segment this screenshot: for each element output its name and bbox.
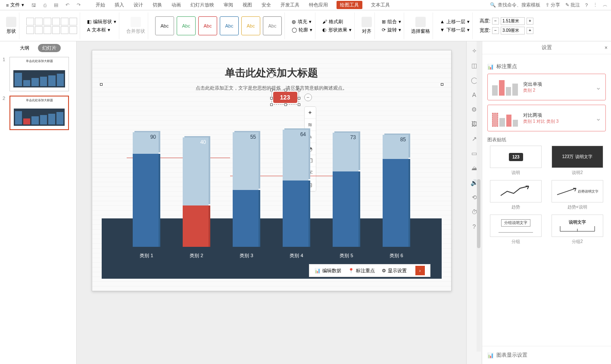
align-button[interactable]: 对齐	[362, 17, 372, 34]
undo-icon[interactable]: ↶	[64, 2, 71, 9]
save-icon[interactable]: 🖫	[30, 2, 37, 9]
file-menu[interactable]: ≡ 文件 ▾	[3, 1, 27, 9]
file-label: 文件	[10, 2, 20, 8]
tab-dev[interactable]: 开发工具	[280, 1, 300, 9]
width-label: 宽度:	[480, 27, 490, 34]
bar-2[interactable]: 40	[183, 137, 210, 247]
tab-animation[interactable]: 动画	[171, 1, 182, 9]
comment-button[interactable]: ✎ 批注	[565, 2, 580, 8]
style-2[interactable]: Abc	[177, 16, 196, 35]
sticker-explain2[interactable]: 123万 说明文字说明2	[549, 146, 606, 176]
highlight-compare-card[interactable]: 对比两项类别 1 对比 类别 3 ⌄	[487, 105, 606, 131]
height-plus[interactable]: +	[527, 18, 533, 25]
preview-icon[interactable]: ▤	[53, 2, 59, 9]
tab-special[interactable]: 特色应用	[308, 1, 329, 9]
top-menu-bar: ≡ 文件 ▾ 🖫 ⎙ ▤ ↶ ↷ 开始 插入 设计 切换 动画 幻灯片放映 审阅…	[0, 0, 611, 10]
sticker-group[interactable]: 分组说明文字分组	[487, 215, 545, 245]
fill-button[interactable]: ◍ 填充 ▾	[292, 19, 312, 25]
settings-header: 设置 ×	[482, 41, 611, 54]
thumb-preview-1[interactable]: 单击此处添加大标题	[9, 57, 69, 91]
width-plus[interactable]: +	[527, 27, 533, 34]
edit-data-button[interactable]: 📊 编辑数据	[315, 268, 341, 274]
bar-5[interactable]: 73	[333, 133, 360, 247]
thumbnails: 1 单击此处添加大标题 2 单击此处添加大标题	[0, 54, 76, 137]
width-minus[interactable]: −	[492, 27, 499, 34]
shape-group: 形状	[3, 12, 19, 39]
slide[interactable]: 单击此处添加大标题 点击此处添加正文，文字是您思想的提炼，请尽量言简意赅的阐述观…	[92, 50, 452, 291]
search-placeholder: 查找命令、搜索模板	[498, 2, 540, 8]
tab-review[interactable]: 审阅	[223, 1, 234, 9]
chevron-down-icon: ⌄	[595, 83, 601, 91]
style-4[interactable]: Abc	[220, 16, 239, 35]
menu-tabs: 开始 插入 设计 切换 动画 幻灯片放映 审阅 视图 安全 开发工具 特色应用 …	[95, 1, 391, 9]
outline-button[interactable]: ◯ 轮廓 ▾	[292, 27, 312, 33]
print-icon[interactable]: ⎙	[41, 2, 48, 9]
tab-insert[interactable]: 插入	[114, 1, 125, 9]
close-settings-button[interactable]: ×	[605, 45, 608, 51]
sticker-trend[interactable]: 趋势	[487, 180, 545, 210]
share-button[interactable]: ⇪ 分享	[546, 2, 560, 8]
selection-pane-button[interactable]: 选择窗格	[411, 17, 430, 34]
tab-transition[interactable]: 切换	[152, 1, 163, 9]
height-input[interactable]	[501, 17, 525, 25]
width-input[interactable]	[501, 27, 525, 34]
remove-callout-button[interactable]: −	[304, 93, 312, 101]
format-brush-button[interactable]: 🖌 格式刷	[322, 19, 343, 25]
bar-6[interactable]: 85	[383, 135, 410, 247]
tab-text[interactable]: 文本工具	[370, 1, 391, 9]
tab-slideshow[interactable]: 幻灯片放映	[190, 1, 215, 9]
group-button[interactable]: ⊞ 组合 ▾	[382, 19, 401, 25]
chart[interactable]: 40 35 90 40 55 64 73 85 类别 1 类别 2 类别 3 类…	[102, 111, 442, 279]
shape-palette[interactable]	[26, 18, 77, 34]
sticker-explain[interactable]: 123说明	[487, 146, 545, 176]
bar-3[interactable]: 55	[233, 132, 260, 247]
collapse-icon[interactable]: ︿	[603, 2, 608, 8]
rotate-button[interactable]: ⟳ 旋转 ▾	[382, 27, 401, 33]
thumb-1[interactable]: 1 单击此处添加大标题	[3, 57, 74, 91]
move-up-button[interactable]: ▲ 上移一层 ▾	[440, 19, 470, 25]
size-group: 高度: − + 宽度: − +	[477, 12, 536, 39]
top-right: 🔍 查找命令、搜索模板 ⇪ 分享 ✎ 批注 ? ⋮ ︿	[490, 2, 608, 8]
scrollbar-thumb[interactable]	[477, 179, 480, 248]
style-6[interactable]: Abc	[263, 16, 282, 35]
move-down-button[interactable]: ▼ 下移一层 ▾	[440, 27, 470, 33]
textbox-button[interactable]: A 文本框 ▾	[87, 27, 110, 33]
chart-display-settings[interactable]: 📊 图表显示设置	[482, 346, 611, 364]
shape-button[interactable]: 形状	[6, 17, 16, 34]
style-1[interactable]: Abc	[155, 16, 174, 35]
settings-panel: 设置 × 📊 标注重点 突出单项类别 2 ⌄ 对比两项类别 1 对比 类别 3 …	[482, 41, 611, 364]
thumb-preview-2[interactable]: 单击此处添加大标题	[9, 96, 69, 130]
more-icon[interactable]: ⋮	[593, 2, 598, 8]
outline-tab[interactable]: 大纲	[16, 44, 34, 52]
thumb-2[interactable]: 2 单击此处添加大标题	[3, 96, 74, 130]
tab-design[interactable]: 设计	[133, 1, 144, 9]
shape-effect-button[interactable]: ◐ 形状效果 ▾	[322, 27, 352, 33]
combine-button[interactable]: 合并形状	[126, 17, 145, 34]
sticker-group2[interactable]: 说明文字分组2	[549, 215, 606, 245]
style-3[interactable]: Abc	[198, 16, 217, 35]
style-5[interactable]: Abc	[241, 16, 260, 35]
height-minus[interactable]: −	[492, 18, 499, 25]
tab-drawing[interactable]: 绘图工具	[337, 1, 362, 9]
vertical-scrollbar[interactable]	[477, 41, 481, 352]
search-command[interactable]: 🔍 查找命令、搜索模板	[490, 2, 540, 8]
bar-4[interactable]: 64	[283, 130, 310, 247]
canvas-area[interactable]: 单击此处添加大标题 点击此处添加正文，文字是您思想的提炼，请尽量言简意赅的阐述观…	[77, 41, 466, 364]
bar-1[interactable]: 90	[133, 132, 160, 247]
chart-toolbar: 📊 编辑数据 📍 标注重点 ⚙ 显示设置 ›	[309, 264, 430, 277]
quick-access-toolbar: 🖫 ⎙ ▤ ↶ ↷	[30, 2, 82, 9]
help-icon[interactable]: ?	[585, 3, 588, 8]
mark-button[interactable]: 📍 标注重点	[348, 268, 375, 274]
main-area: 大纲 幻灯片 1 单击此处添加大标题 2 单击此处添加大标题 单击此处添	[0, 41, 611, 364]
tab-view[interactable]: 视图	[242, 1, 253, 9]
edit-shape-button[interactable]: ◧ 编辑形状 ▾	[87, 19, 116, 25]
redo-icon[interactable]: ↷	[75, 2, 82, 9]
slides-tab[interactable]: 幻灯片	[38, 44, 61, 52]
display-button[interactable]: ⚙ 显示设置	[382, 268, 407, 274]
sticker-trend-explain[interactable]: 趋势说明文字趋势+说明	[549, 180, 606, 210]
tab-start[interactable]: 开始	[95, 1, 106, 9]
rotate-handle[interactable]	[269, 73, 274, 78]
tab-security[interactable]: 安全	[261, 1, 272, 9]
highlight-single-card[interactable]: 突出单项类别 2 ⌄	[487, 74, 606, 100]
chart-next-button[interactable]: ›	[415, 266, 425, 275]
